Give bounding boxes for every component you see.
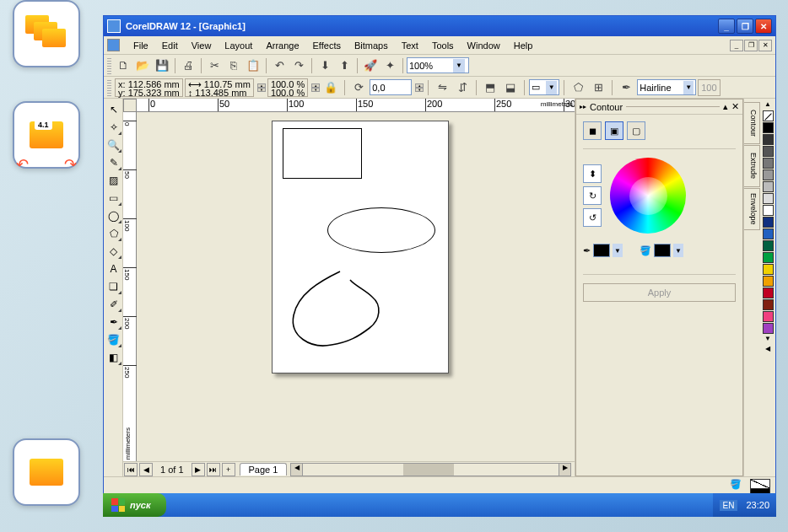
menu-help[interactable]: Help xyxy=(507,39,540,52)
palette-swatch[interactable] xyxy=(763,122,774,133)
start-button[interactable]: пуск xyxy=(103,493,166,517)
menu-edit[interactable]: Edit xyxy=(155,39,185,52)
mdi-minimize-button[interactable]: _ xyxy=(730,40,743,51)
wrap-combo[interactable]: ▭▼ xyxy=(529,79,559,95)
palette-swatch[interactable] xyxy=(763,323,774,334)
palette-swatch[interactable] xyxy=(763,146,774,157)
clock[interactable]: 23:20 xyxy=(746,500,769,510)
docker-tab-contour[interactable]: Contour xyxy=(744,102,760,144)
new-button[interactable]: 🗋 xyxy=(114,56,132,75)
palette-swatch[interactable] xyxy=(763,193,774,204)
menu-window[interactable]: Window xyxy=(461,39,507,52)
outline-tool[interactable]: ✒ xyxy=(105,313,122,330)
mirror-h-button[interactable]: ⇋ xyxy=(433,78,451,97)
rectangle-tool[interactable]: ▭ xyxy=(105,189,122,207)
palette-down-button[interactable]: ▼ xyxy=(764,335,771,344)
ungroup-button[interactable]: ⊞ xyxy=(589,78,607,97)
canvas-viewport[interactable] xyxy=(137,112,575,461)
fill-color-picker[interactable]: 🪣 ▼ xyxy=(640,244,683,257)
shortcut-next[interactable] xyxy=(13,438,80,506)
ruler-vertical[interactable]: millimeters 050100150200250 xyxy=(123,112,137,461)
page-tab[interactable]: Page 1 xyxy=(240,463,288,476)
palette-swatch[interactable] xyxy=(763,158,774,169)
corel-online-button[interactable]: ✦ xyxy=(381,56,399,75)
ellipse-shape[interactable] xyxy=(327,207,435,253)
cut-button[interactable]: ✂ xyxy=(205,56,224,75)
color-linear-button[interactable]: ⬍ xyxy=(583,164,602,183)
propbar-grip[interactable] xyxy=(107,79,111,96)
palette-swatch[interactable] xyxy=(763,311,774,322)
to-front-button[interactable]: ⬒ xyxy=(481,78,499,97)
outline-width-combo[interactable]: ▼ xyxy=(637,79,696,95)
eyedropper-tool[interactable]: ✐ xyxy=(105,295,122,313)
mirror-v-button[interactable]: ⇵ xyxy=(453,78,472,97)
menu-effects[interactable]: Effects xyxy=(306,39,348,52)
convert-curves-button[interactable]: ⬠ xyxy=(569,78,587,97)
menu-layout[interactable]: Layout xyxy=(218,39,259,52)
outline-dropdown-icon[interactable]: ▼ xyxy=(683,81,694,94)
zoom-tool[interactable]: 🔍 xyxy=(105,136,122,153)
palette-swatch[interactable] xyxy=(763,169,774,180)
polygon-tool[interactable]: ⬠ xyxy=(105,224,122,242)
size-display[interactable]: ⟷ 110.75 mm ↕ 113.485 mm xyxy=(185,78,254,97)
palette-swatch[interactable] xyxy=(763,217,774,228)
blend-tool[interactable]: ❏ xyxy=(105,277,122,295)
export-button[interactable]: ⬆ xyxy=(335,56,354,75)
scroll-right-button[interactable]: ▶ xyxy=(559,464,570,476)
to-back-button[interactable]: ⬓ xyxy=(501,78,520,97)
zoom-combo[interactable]: ▼ xyxy=(407,57,469,73)
palette-flyout-button[interactable]: ◀ xyxy=(765,345,770,354)
menu-arrange[interactable]: Arrange xyxy=(259,39,305,52)
menu-file[interactable]: File xyxy=(127,39,155,52)
zoom-dropdown-icon[interactable]: ▼ xyxy=(453,59,465,73)
basic-shapes-tool[interactable]: ◇ xyxy=(105,242,122,260)
minimize-button[interactable]: _ xyxy=(718,19,735,34)
ruler-origin[interactable] xyxy=(123,99,137,112)
palette-swatch[interactable] xyxy=(763,240,774,251)
smart-draw-tool[interactable]: ▨ xyxy=(105,171,122,189)
palette-swatch[interactable] xyxy=(763,264,774,275)
status-fill-icon[interactable]: 🪣 xyxy=(730,479,742,490)
h-scrollbar[interactable]: ◀ ▶ xyxy=(290,463,571,476)
palette-up-button[interactable]: ▲ xyxy=(764,100,771,110)
page[interactable] xyxy=(272,121,449,373)
docker-tab-extrude[interactable]: Extrude xyxy=(744,145,760,187)
mdi-close-button[interactable]: ✕ xyxy=(758,40,772,51)
save-button[interactable]: 💾 xyxy=(153,56,171,75)
docker-tab-envelope[interactable]: Envelope xyxy=(744,188,760,230)
ruler-horizontal[interactable]: millimeters 050100150200250300 xyxy=(123,99,575,112)
scale-spinner[interactable]: ▲▼ xyxy=(311,83,320,92)
palette-swatch[interactable] xyxy=(763,134,774,145)
shape-tool[interactable]: ✧ xyxy=(105,118,122,136)
next-page-button[interactable]: ▶ xyxy=(192,463,205,476)
import-button[interactable]: ⬇ xyxy=(316,56,334,75)
palette-no-fill[interactable] xyxy=(763,110,774,121)
open-button[interactable]: 📂 xyxy=(133,56,152,75)
menu-tools[interactable]: Tools xyxy=(425,39,461,52)
interactive-fill-tool[interactable]: ◧ xyxy=(105,348,122,366)
first-page-button[interactable]: ⏮ xyxy=(124,463,138,476)
palette-swatch[interactable] xyxy=(763,299,774,310)
scale-display[interactable]: 100.0 % 100.0 % xyxy=(267,78,308,97)
apply-button[interactable]: Apply xyxy=(583,283,736,302)
ellipse-tool[interactable]: ◯ xyxy=(105,207,122,224)
toolbar-grip[interactable] xyxy=(107,57,111,74)
freehand-curve-shape[interactable] xyxy=(281,265,399,357)
palette-swatch[interactable] xyxy=(763,181,774,192)
size-spinner[interactable]: ▲▼ xyxy=(257,83,266,92)
pick-tool[interactable]: ↖ xyxy=(105,100,122,118)
docker-collapse-button[interactable]: ▴ xyxy=(723,101,728,112)
shortcut-lesson[interactable]: 4.1 ↶ ↷ xyxy=(13,101,80,169)
close-button[interactable]: ✕ xyxy=(755,19,772,34)
menu-text[interactable]: Text xyxy=(395,39,425,52)
mdi-icon[interactable] xyxy=(107,39,120,51)
menu-bitmaps[interactable]: Bitmaps xyxy=(348,39,395,52)
paste-button[interactable]: 📋 xyxy=(244,56,262,75)
freehand-tool[interactable]: ✎ xyxy=(105,153,122,171)
undo-button[interactable]: ↶ xyxy=(270,56,289,75)
contour-to-center-button[interactable]: ◼ xyxy=(583,121,602,140)
palette-swatch[interactable] xyxy=(763,228,774,239)
contour-outside-button[interactable]: ▢ xyxy=(627,121,645,140)
scroll-thumb[interactable] xyxy=(403,464,454,476)
palette-swatch[interactable] xyxy=(763,276,774,287)
